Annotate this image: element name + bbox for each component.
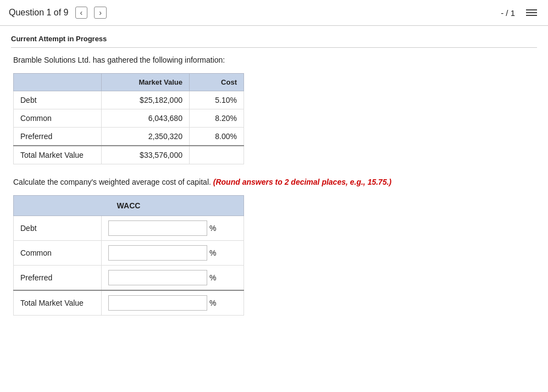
wacc-debt-input-cell: %: [102, 216, 244, 241]
prev-button[interactable]: ‹: [75, 7, 88, 19]
info-row-3-label: Preferred: [14, 128, 102, 146]
wacc-debt-pct: %: [209, 224, 216, 233]
wacc-common-input[interactable]: [108, 245, 207, 261]
wacc-total-pct: %: [209, 299, 216, 307]
wacc-header: WACC: [14, 196, 244, 216]
calculate-label: Calculate the company's weighted average…: [13, 178, 211, 186]
main-content: Current Attempt in Progress Bramble Solu…: [0, 26, 548, 324]
info-total-cost: [189, 146, 243, 164]
wacc-preferred-input-cell: %: [102, 266, 244, 291]
info-col-cost: Cost: [189, 74, 243, 91]
wacc-common-input-cell: %: [102, 241, 244, 266]
info-row-1-label: Debt: [14, 91, 102, 109]
menu-line-3: [526, 15, 537, 16]
info-col-market-value: Market Value: [102, 74, 190, 91]
wacc-debt-label: Debt: [14, 216, 102, 241]
table-row: Preferred 2,350,320 8.00%: [14, 128, 244, 146]
wacc-total-input-cell: %: [102, 290, 244, 316]
wacc-row-total: Total Market Value %: [14, 290, 244, 316]
wacc-common-label: Common: [14, 241, 102, 266]
info-row-3-cost: 8.00%: [189, 128, 243, 146]
info-row-2-cost: 8.20%: [189, 109, 243, 128]
table-row: Common 6,043,680 8.20%: [14, 109, 244, 128]
wacc-preferred-pct: %: [209, 273, 216, 282]
top-bar-left: Question 1 of 9 ‹ ›: [9, 7, 107, 19]
wacc-total-label: Total Market Value: [14, 290, 102, 316]
menu-line-1: [526, 9, 537, 10]
info-row-3-value: 2,350,320: [102, 128, 190, 146]
table-row: Debt $25,182,000 5.10%: [14, 91, 244, 109]
wacc-preferred-input[interactable]: [108, 270, 207, 285]
wacc-table: WACC Debt % Common %: [13, 195, 244, 316]
info-row-2-label: Common: [14, 109, 102, 128]
menu-line-2: [526, 12, 537, 13]
wacc-common-pct: %: [209, 249, 216, 257]
info-row-2-value: 6,043,680: [102, 109, 190, 128]
info-total-label: Total Market Value: [14, 146, 102, 164]
calculate-text: Calculate the company's weighted average…: [13, 178, 537, 186]
attempt-banner: Current Attempt in Progress: [11, 35, 537, 48]
wacc-row-preferred: Preferred %: [14, 266, 244, 291]
info-col-label: [14, 74, 102, 91]
wacc-preferred-label: Preferred: [14, 266, 102, 291]
intro-text: Bramble Solutions Ltd. has gathered the …: [13, 56, 537, 64]
info-total-value: $33,576,000: [102, 146, 190, 164]
wacc-total-input[interactable]: [108, 295, 207, 311]
wacc-row-common: Common %: [14, 241, 244, 266]
info-row-1-cost: 5.10%: [189, 91, 243, 109]
info-row-1-value: $25,182,000: [102, 91, 190, 109]
top-bar-right: - / 1: [501, 7, 539, 18]
wacc-debt-input[interactable]: [108, 220, 207, 236]
wacc-row-debt: Debt %: [14, 216, 244, 241]
menu-icon[interactable]: [524, 7, 539, 18]
info-table: Market Value Cost Debt $25,182,000 5.10%…: [13, 73, 244, 164]
top-bar: Question 1 of 9 ‹ › - / 1: [0, 0, 548, 26]
next-button[interactable]: ›: [94, 7, 107, 19]
question-label: Question 1 of 9: [9, 8, 69, 18]
round-note: (Round answers to 2 decimal places, e.g.…: [213, 178, 391, 186]
score-label: - / 1: [501, 8, 515, 18]
info-table-header-row: Market Value Cost: [14, 74, 244, 91]
table-row-total: Total Market Value $33,576,000: [14, 146, 244, 164]
wacc-header-row: WACC: [14, 196, 244, 216]
